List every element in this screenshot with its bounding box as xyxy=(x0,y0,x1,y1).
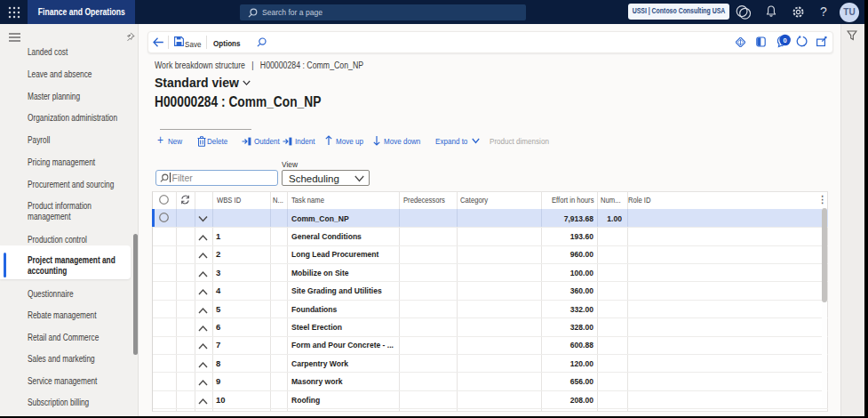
svg-text:0: 0 xyxy=(784,36,787,44)
